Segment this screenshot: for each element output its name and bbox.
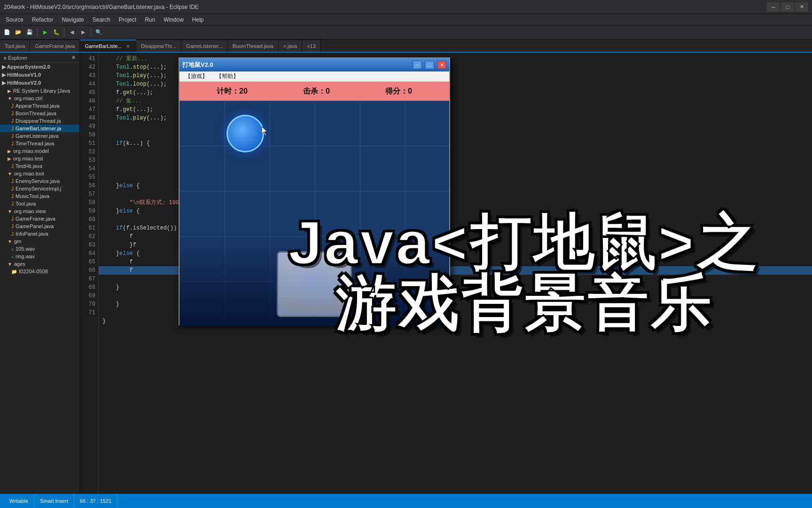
java-icon: J xyxy=(11,186,14,191)
tab-gamebarlistener[interactable]: GameBarListe... ✕ xyxy=(80,40,136,52)
sidebar-time-thread[interactable]: J TimeThread.java xyxy=(0,140,79,147)
sidebar-game-frame[interactable]: J GameFrame.java xyxy=(0,215,79,222)
sidebar-i02204-label: I02204-0508 xyxy=(19,269,48,274)
sidebar-105wav[interactable]: ♪ 105.wav xyxy=(0,245,79,253)
game-title-text: 打地鼠V2.0 xyxy=(182,61,410,69)
sidebar-gm-folder[interactable]: ▼ gm xyxy=(0,238,79,245)
sidebar-pkg-tool-label: org.miao.tool xyxy=(14,171,44,176)
game-play-area[interactable] xyxy=(180,101,449,326)
java-icon: J xyxy=(11,141,14,146)
sidebar-group-appsystem[interactable]: ▶ AppearSystem2.0 xyxy=(0,63,79,71)
menu-help[interactable]: Help xyxy=(188,16,208,24)
game-menu-game[interactable]: 【游戏】 xyxy=(181,71,211,81)
tab-disappearthread[interactable]: DisappearThr... xyxy=(136,40,181,52)
tabs-bar: Tool.java GameFrame.java GameBarListe...… xyxy=(0,40,812,53)
menu-search[interactable]: Search xyxy=(89,16,114,24)
folder-icon: ▼ xyxy=(8,239,12,244)
sidebar-info-panel[interactable]: J InfoPanel.java xyxy=(0,230,79,238)
game-menu-help[interactable]: 【帮助】 xyxy=(212,71,242,81)
close-button[interactable]: ✕ xyxy=(795,2,808,12)
minimize-button[interactable]: ─ xyxy=(767,2,780,12)
menu-window[interactable]: Window xyxy=(160,16,187,24)
sidebar-ringwav[interactable]: ♪ ring.wav xyxy=(0,253,79,260)
sidebar-pkg-test[interactable]: ▶ org.miao.test xyxy=(0,155,79,162)
tab-gamelistener-label: GameListener... xyxy=(186,43,223,49)
sidebar-group-hitmousev1[interactable]: ▶ HitMouseV1.0 xyxy=(0,71,79,79)
sidebar-i02204[interactable]: 📁 I02204-0508 xyxy=(0,268,79,275)
sidebar-pkg-ctrl[interactable]: ▼ org.miao.ctrl xyxy=(0,95,79,102)
tab-disappearthread-label: DisappearThr... xyxy=(141,43,176,49)
toolbar-new[interactable]: 📄 xyxy=(2,27,12,38)
tab-gameframe-label: GameFrame.java xyxy=(35,43,75,49)
sidebar-enemy-service-impl[interactable]: J EnemyServiceImpl.j xyxy=(0,185,79,192)
status-position[interactable]: 66 : 37 : 1521 xyxy=(74,494,117,508)
sidebar-re-system-library[interactable]: ▶ RE System Library [Java xyxy=(0,87,79,95)
game-score: 得分：0 xyxy=(385,87,412,96)
toolbar-run[interactable]: ▶ xyxy=(40,27,50,38)
tab-overflow[interactable]: »13 xyxy=(302,40,320,52)
status-insert-mode[interactable]: Smart Insert xyxy=(34,494,74,508)
sidebar-game-panel[interactable]: J GamePanel.java xyxy=(0,222,79,230)
tab-gamebarlistener-close[interactable]: ✕ xyxy=(125,43,131,49)
sidebar-scroll[interactable]: ▶ AppearSystem2.0 ▶ HitMouseV1.0 ▶ HitMo… xyxy=(0,63,79,275)
menu-refactor[interactable]: Refactor xyxy=(28,16,57,24)
editor-area: 41424344454647484950 5152535455565758596… xyxy=(80,53,812,494)
sidebar-testhit[interactable]: J TestHit.java xyxy=(0,162,79,170)
game-restore-button[interactable]: □ xyxy=(425,61,434,69)
sidebar-pkg-model[interactable]: ▶ org.miao.model xyxy=(0,147,79,155)
menu-project[interactable]: Project xyxy=(115,16,140,24)
tab-gameframe-java[interactable]: GameFrame.java xyxy=(30,40,80,52)
sidebar-re-system-label: RE System Library [Java xyxy=(13,88,70,94)
toolbar: 📄 📂 💾 ▶ 🐛 ◀ ▶ 🔍 xyxy=(0,25,812,40)
sidebar-enemy-service[interactable]: J EnemyService.java xyxy=(0,177,79,185)
sidebar-ages-folder[interactable]: ▼ ages xyxy=(0,260,79,268)
sidebar-pkg-view[interactable]: ▼ org.miao.view xyxy=(0,207,79,215)
tab-extra-java-label: >.java xyxy=(283,43,297,49)
tab-gamelistener[interactable]: GameListener... xyxy=(181,40,228,52)
sidebar-appear-thread[interactable]: J AppearThread.java xyxy=(0,102,79,110)
game-timer: 计时：20 xyxy=(217,87,248,96)
explorer-collapse[interactable]: ✕ xyxy=(71,55,76,61)
sidebar-disappear-thread[interactable]: J DisappearThread.ja xyxy=(0,117,79,125)
sidebar-pkg-tool[interactable]: ▼ org.miao.tool xyxy=(0,170,79,177)
tab-tool-java[interactable]: Tool.java xyxy=(0,40,30,52)
menu-source[interactable]: Source xyxy=(2,16,27,24)
game-title-bar[interactable]: 打地鼠V2.0 ─ □ ✕ xyxy=(180,58,449,71)
toolbar-separator-1 xyxy=(37,28,38,37)
sidebar-boom-thread[interactable]: J BoomThread.java xyxy=(0,110,79,117)
toolbar-open[interactable]: 📂 xyxy=(13,27,23,38)
sidebar-gamebar-listener[interactable]: J GameBarListener.ja xyxy=(0,125,79,132)
menu-navigate[interactable]: Navigate xyxy=(58,16,87,24)
toolbar-search[interactable]: 🔍 xyxy=(94,27,104,38)
tab-boomthread-label: BoomThread.java xyxy=(233,43,273,49)
blue-circle-mole[interactable] xyxy=(226,115,264,152)
sidebar-tool-java[interactable]: J Tool.java xyxy=(0,200,79,207)
sidebar-game-listener[interactable]: J GameListener.java xyxy=(0,132,79,140)
sidebar-music-tool-label: MusicTool.java xyxy=(16,193,49,199)
sidebar-gamebar-listener-label: GameBarListener.ja xyxy=(16,126,61,131)
tab-extra-java[interactable]: >.java xyxy=(279,40,303,52)
toolbar-next[interactable]: ▶ xyxy=(78,27,88,38)
java-icon: J xyxy=(11,194,14,199)
game-close-button[interactable]: ✕ xyxy=(437,61,446,69)
java-icon: J xyxy=(11,119,14,124)
toolbar-separator-2 xyxy=(64,28,64,37)
maximize-button[interactable]: □ xyxy=(781,2,794,12)
status-writable[interactable]: Writable xyxy=(4,494,34,508)
sidebar-disappear-thread-label: DisappearThread.ja xyxy=(16,118,61,124)
toolbar-debug[interactable]: 🐛 xyxy=(51,27,62,38)
sidebar-group-hitmousev2[interactable]: ▶ HitMouseV2.0 xyxy=(0,79,79,87)
menu-run[interactable]: Run xyxy=(141,16,159,24)
sidebar-music-tool[interactable]: J MusicTool.java xyxy=(0,192,79,200)
sidebar-pkg-ctrl-label: org.miao.ctrl xyxy=(14,95,43,101)
game-minimize-button[interactable]: ─ xyxy=(413,61,422,69)
package-icon: ▼ xyxy=(8,171,12,176)
folder-icon: 📁 xyxy=(11,269,17,274)
toolbar-prev[interactable]: ◀ xyxy=(67,27,77,38)
line-numbers: 41424344454647484950 5152535455565758596… xyxy=(80,53,99,494)
sidebar-ages-label: ages xyxy=(14,261,25,267)
toolbar-save[interactable]: 💾 xyxy=(24,27,35,38)
tab-boomthread[interactable]: BoomThread.java xyxy=(228,40,279,52)
sidebar-testhit-label: TestHit.java xyxy=(16,163,42,169)
package-icon: ▼ xyxy=(8,96,12,101)
